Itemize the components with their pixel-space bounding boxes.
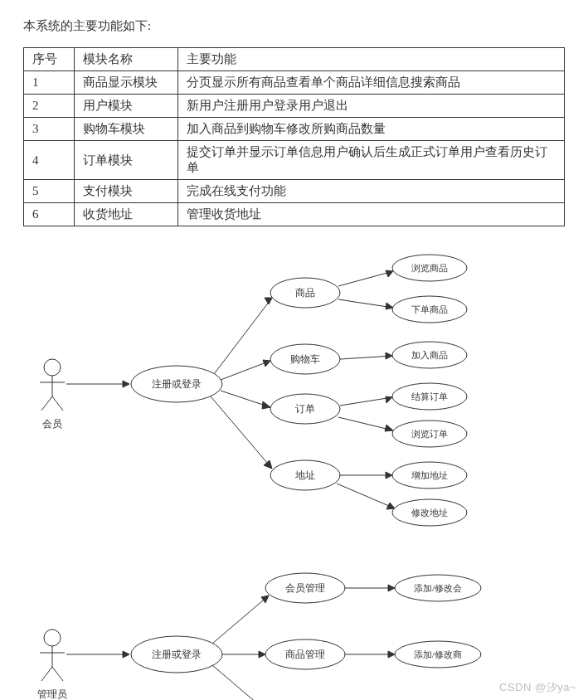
group-node: 会员管理	[285, 582, 325, 594]
use-case-diagram-1: 会员 注册或登录 商品 购物车 订单 地址 浏览商品 下单商品 加入商品 结算订…	[23, 243, 571, 529]
svg-marker-30	[386, 303, 393, 309]
group-node: 地址	[294, 469, 315, 481]
svg-marker-62	[388, 585, 395, 591]
table-row: 4订单模块提交订单并显示订单信息用户确认后生成正式订单用户查看历史订单	[24, 141, 565, 180]
svg-marker-13	[265, 298, 272, 304]
svg-marker-55	[259, 651, 265, 658]
svg-marker-38	[386, 472, 392, 479]
svg-line-56	[212, 665, 269, 700]
svg-marker-47	[123, 651, 129, 658]
intro-text: 本系统的主要功能如下:	[23, 18, 565, 34]
svg-marker-6	[123, 381, 129, 387]
svg-marker-19	[264, 460, 272, 469]
table-row: 3购物车模块加入商品到购物车修改所购商品数量	[24, 118, 565, 141]
table-row: 序号 模块名称 主要功能	[24, 48, 565, 71]
svg-marker-15	[263, 360, 270, 367]
root-node: 注册或登录	[152, 649, 202, 660]
svg-line-45	[52, 667, 63, 681]
leaf-node: 浏览商品	[411, 263, 448, 273]
leaf-node: 添加/修改商	[414, 649, 462, 659]
group-node: 商品管理	[285, 649, 325, 660]
root-node: 注册或登录	[152, 378, 202, 390]
svg-marker-53	[261, 595, 269, 603]
leaf-node: 修改地址	[411, 508, 448, 518]
svg-point-0	[44, 359, 61, 376]
svg-line-4	[52, 396, 63, 411]
actor-label: 会员	[42, 418, 62, 430]
leaf-node: 添加/修改会	[414, 583, 462, 593]
svg-marker-36	[385, 425, 393, 431]
leaf-node: 下单商品	[411, 304, 448, 314]
table-row: 1商品显示模块分页显示所有商品查看单个商品详细信息搜索商品	[24, 71, 565, 95]
svg-line-52	[212, 595, 269, 644]
leaf-node: 结算订单	[411, 391, 448, 401]
watermark: CSDN @汐ya~	[499, 680, 576, 695]
svg-point-41	[44, 630, 61, 646]
th-num: 序号	[24, 48, 75, 71]
module-table: 序号 模块名称 主要功能 1商品显示模块分页显示所有商品查看单个商品详细信息搜索…	[23, 47, 565, 226]
svg-marker-34	[386, 396, 392, 403]
leaf-node: 加入商品	[411, 350, 448, 360]
table-row: 5支付模块完成在线支付功能	[24, 180, 565, 203]
svg-line-35	[338, 417, 393, 430]
svg-line-14	[221, 361, 270, 380]
svg-line-27	[338, 271, 393, 286]
table-row: 6收货地址管理收货地址	[24, 203, 565, 226]
svg-marker-64	[388, 651, 395, 658]
svg-marker-32	[386, 352, 392, 359]
th-mod: 模块名称	[75, 48, 178, 71]
actor-label: 管理员	[37, 688, 67, 700]
use-case-diagram-2: 管理员 注册或登录 会员管理 商品管理 订单管理 添加/修改会 添加/修改商 查…	[23, 559, 571, 700]
svg-marker-28	[386, 270, 393, 277]
svg-line-44	[41, 667, 52, 681]
svg-line-3	[41, 396, 52, 411]
svg-line-12	[214, 298, 272, 374]
th-func: 主要功能	[178, 48, 565, 71]
svg-marker-40	[386, 503, 395, 509]
svg-line-29	[338, 299, 393, 308]
svg-line-39	[337, 484, 395, 508]
group-node: 订单	[295, 403, 315, 415]
group-node: 商品	[295, 287, 315, 299]
svg-line-33	[340, 397, 392, 406]
svg-marker-17	[262, 401, 270, 409]
leaf-node: 增加地址	[411, 470, 448, 480]
leaf-node: 浏览订单	[411, 429, 448, 439]
svg-line-31	[340, 356, 392, 359]
group-node: 购物车	[290, 353, 320, 365]
table-row: 2用户模块新用户注册用户登录用户退出	[24, 95, 565, 118]
